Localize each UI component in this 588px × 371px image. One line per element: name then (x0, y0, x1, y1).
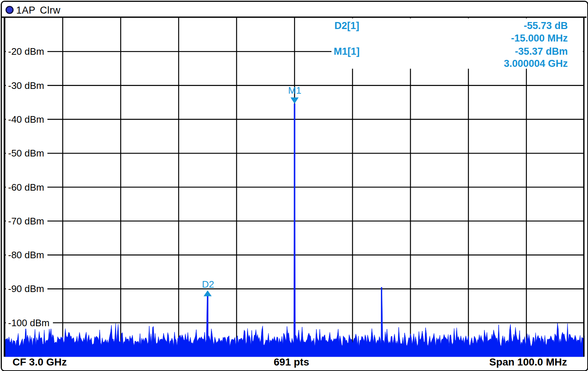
center-frequency-label: CF 3.0 GHz (12, 357, 67, 368)
marker-m1-triangle-icon[interactable] (291, 97, 299, 104)
marker-d2-frequency: -15.000 MHz (511, 33, 568, 43)
y-axis-label: -40 dBm (6, 114, 47, 125)
marker-d2-id: D2[1] (334, 21, 359, 31)
spectrum-plot (0, 0, 588, 371)
trace-mode-label: Clrw (40, 5, 61, 16)
marker-m1-frequency: 3.000004 GHz (504, 58, 568, 69)
marker-m1-level: -35.37 dBm (515, 46, 568, 57)
peak-stems (208, 104, 381, 345)
y-axis-label: -20 dBm (6, 46, 47, 57)
span-label: Span 100.0 MHz (489, 357, 567, 368)
y-axis-label: -80 dBm (6, 249, 47, 261)
sweep-points-label: 691 pts (274, 357, 309, 368)
y-axis-label: -60 dBm (6, 181, 47, 193)
y-axis-label: -30 dBm (6, 80, 47, 91)
trace-number-label: 1AP (16, 5, 36, 16)
marker-symbols (204, 97, 299, 296)
y-axis-label: -90 dBm (6, 283, 47, 295)
marker-d2-triangle-icon[interactable] (204, 291, 212, 296)
y-axis-label: -50 dBm (6, 147, 47, 159)
marker-d2-flag[interactable]: D2 (202, 280, 214, 289)
marker-d2-level: -55.73 dB (524, 21, 568, 31)
y-axis-label: -70 dBm (6, 215, 47, 227)
y-axis-label: -100 dBm (6, 317, 53, 329)
marker-m1-flag[interactable]: M1 (288, 86, 301, 95)
trace1-indicator-dot (6, 6, 14, 14)
trace-info-header: 1APClrw (16, 5, 61, 16)
marker-m1-id: M1[1] (334, 46, 360, 57)
